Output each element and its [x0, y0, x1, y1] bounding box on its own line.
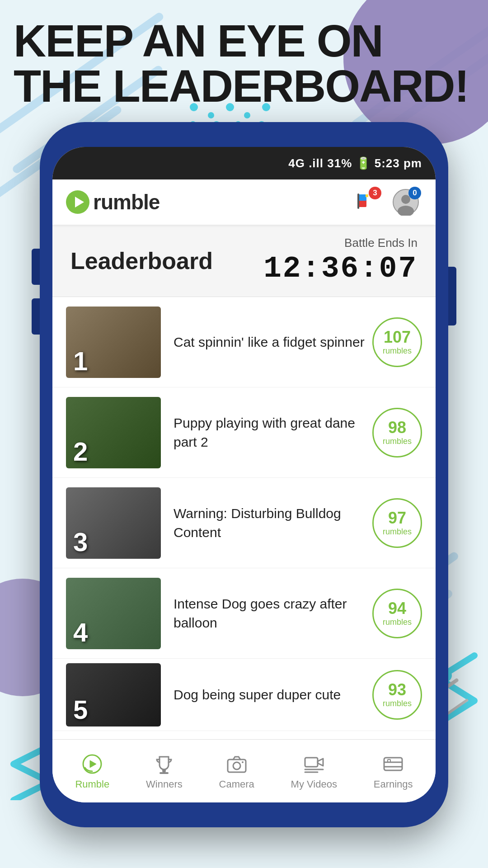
svg-rect-5 — [357, 193, 359, 209]
leaderboard-title: Leaderboard — [70, 247, 213, 274]
video-title-1: Cat spinnin' like a fidget spinner — [174, 333, 372, 352]
svg-point-13 — [242, 761, 244, 763]
app-header: rumble 3 — [52, 179, 436, 225]
video-thumbnail-4: 4 — [66, 578, 161, 649]
nav-label-my-videos: My Videos — [291, 778, 337, 790]
nav-item-camera[interactable]: Camera — [210, 748, 263, 795]
rumble-number-1: 107 — [384, 328, 411, 346]
my-videos-nav-icon — [302, 752, 326, 776]
status-bar: 4G .ill 31% 🔋 5:23 pm — [52, 147, 436, 179]
svg-rect-15 — [384, 758, 402, 770]
rumble-number-2: 98 — [388, 419, 406, 437]
battle-ends-label: Battle Ends In — [263, 236, 418, 250]
nav-item-earnings[interactable]: Earnings — [365, 748, 422, 795]
headline-line2: THE LEADERBOARD! — [14, 63, 469, 108]
rumble-logo-icon — [66, 190, 89, 214]
bottom-nav: Rumble Winners — [52, 739, 436, 802]
rumble-label-2: rumbles — [383, 437, 412, 446]
phone-mockup: 4G .ill 31% 🔋 5:23 pm rumble — [40, 122, 448, 827]
header-icons: 3 0 — [350, 186, 422, 218]
rank-2: 2 — [73, 439, 88, 465]
rumble-count-5: 93 rumbles — [372, 670, 422, 720]
video-thumbnail-2: 2 — [66, 397, 161, 468]
headline: KEEP AN EYE ON THE LEADERBOARD! — [14, 18, 469, 108]
battle-timer: 12:36:07 — [263, 252, 418, 286]
rumble-label-1: rumbles — [383, 346, 412, 356]
profile-badge: 0 — [408, 187, 421, 199]
rumble-count-2: 98 rumbles — [372, 408, 422, 458]
svg-rect-14 — [305, 758, 318, 767]
profile-button[interactable]: 0 — [389, 186, 422, 218]
status-bar-text: 4G .ill 31% 🔋 5:23 pm — [288, 156, 422, 170]
rank-5: 5 — [73, 697, 88, 723]
rumble-label-5: rumbles — [383, 699, 412, 708]
nav-label-camera: Camera — [219, 778, 254, 790]
video-thumbnail-5: 5 — [66, 663, 161, 726]
rumble-number-3: 97 — [388, 509, 406, 527]
nav-item-winners[interactable]: Winners — [137, 748, 192, 795]
rumble-count-4: 94 rumbles — [372, 589, 422, 638]
winners-nav-icon — [152, 752, 176, 776]
phone-screen: 4G .ill 31% 🔋 5:23 pm rumble — [52, 147, 436, 802]
battle-timer-section: Battle Ends In 12:36:07 — [263, 236, 418, 286]
nav-label-winners: Winners — [146, 778, 183, 790]
svg-rect-11 — [228, 760, 246, 772]
svg-rect-10 — [160, 772, 169, 774]
rumble-logo-text: rumble — [93, 190, 160, 214]
rank-1: 1 — [73, 348, 88, 374]
svg-point-12 — [233, 762, 240, 769]
video-title-3: Warning: Disturbing Bulldog Content — [174, 504, 372, 542]
video-thumbnail-3: 3 — [66, 487, 161, 559]
headline-line1: KEEP AN EYE ON — [14, 18, 469, 63]
nav-label-rumble: Rumble — [75, 778, 109, 790]
phone-body: 4G .ill 31% 🔋 5:23 pm rumble — [40, 122, 448, 827]
rumble-label-4: rumbles — [383, 618, 412, 627]
leaderboard-header: Leaderboard Battle Ends In 12:36:07 — [52, 225, 436, 297]
notification-button[interactable]: 3 — [350, 186, 382, 218]
video-list: 1 Cat spinnin' like a fidget spinner 107… — [52, 297, 436, 758]
video-item-5[interactable]: 5 Dog being super duper cute 93 rumbles — [52, 659, 436, 731]
rumble-number-4: 94 — [388, 599, 406, 618]
svg-rect-4 — [366, 194, 368, 197]
rumble-label-3: rumbles — [383, 527, 412, 537]
svg-rect-16 — [388, 760, 390, 762]
video-title-2: Puppy playing with great dane part 2 — [174, 414, 372, 452]
rumble-count-3: 97 rumbles — [372, 498, 422, 548]
earnings-nav-icon — [381, 752, 405, 776]
camera-nav-icon — [225, 752, 249, 776]
rank-4: 4 — [73, 619, 88, 646]
video-item-4[interactable]: 4 Intense Dog goes crazy after balloon 9… — [52, 568, 436, 659]
rumble-count-1: 107 rumbles — [372, 317, 422, 367]
nav-item-my-videos[interactable]: My Videos — [282, 748, 346, 795]
video-title-4: Intense Dog goes crazy after balloon — [174, 594, 372, 632]
svg-rect-9 — [162, 769, 166, 772]
nav-label-earnings: Earnings — [374, 778, 413, 790]
rumble-nav-icon — [80, 752, 104, 776]
rumble-logo: rumble — [66, 190, 160, 214]
video-title-5: Dog being super duper cute — [174, 685, 372, 704]
video-thumbnail-1: 1 — [66, 307, 161, 378]
video-item-1[interactable]: 1 Cat spinnin' like a fidget spinner 107… — [52, 297, 436, 387]
video-item-3[interactable]: 3 Warning: Disturbing Bulldog Content 97… — [52, 478, 436, 568]
rank-3: 3 — [73, 529, 88, 555]
video-item-2[interactable]: 2 Puppy playing with great dane part 2 9… — [52, 387, 436, 478]
notification-badge: 3 — [369, 187, 381, 199]
nav-item-rumble[interactable]: Rumble — [66, 748, 118, 795]
rumble-number-5: 93 — [388, 681, 406, 699]
svg-rect-3 — [358, 194, 366, 201]
